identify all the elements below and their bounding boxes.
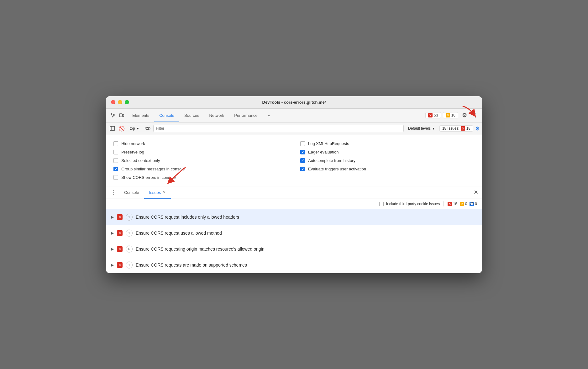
issue-count-circle: 1 [126,262,133,268]
issue-error-icon: ✕ [117,246,123,252]
divider [444,201,444,206]
tab-list: Elements Console Sources Network Perform… [127,109,425,122]
gear-container: ⚙ [460,111,469,120]
expand-arrow-icon: ▶ [111,215,114,219]
autocomplete-checkbox[interactable] [300,158,305,163]
title-bar: DevTools - cors-errors.glitch.me/ [106,96,482,109]
evaluate-triggers-checkbox[interactable] [300,167,305,171]
show-cors-checkbox[interactable] [113,175,118,180]
error-count-badge[interactable]: ✕ 53 [425,112,441,118]
selected-context-checkbox[interactable] [113,158,118,163]
settings-left-column: Hide network Preserve log Selected conte… [113,141,288,180]
device-toggle-icon[interactable] [117,111,126,120]
settings-right-column: Log XMLHttpRequests Eager evaluation Aut… [300,141,475,180]
settings-panel: Hide network Preserve log Selected conte… [106,135,482,186]
hide-network-checkbox[interactable] [113,141,118,146]
preserve-log-row[interactable]: Preserve log [113,150,288,154]
show-cors-container: Show CORS errors in console [113,175,288,180]
issues-header: Include third-party cookie issues ✕ 18 ⚠… [106,199,482,209]
info-count-icon: 💬 [470,202,474,206]
window-title: DevTools - cors-errors.glitch.me/ [262,100,326,105]
issue-count-circle: 6 [126,246,133,252]
main-toolbar: Elements Console Sources Network Perform… [106,109,482,122]
issues-count-bar: ✕ 18 ⚠ 0 💬 0 [448,202,477,206]
svg-rect-1 [123,114,124,117]
info-count: 💬 0 [470,202,477,206]
tab-elements[interactable]: Elements [127,109,154,122]
panel-tab-issues[interactable]: Issues ✕ [144,186,171,199]
evaluate-triggers-row[interactable]: Evaluate triggers user activation [300,167,475,171]
more-options-icon[interactable]: ⋮ [471,111,480,120]
svg-rect-0 [119,114,122,117]
eager-eval-checkbox[interactable] [300,150,305,154]
issue-error-icon: ✕ [117,230,123,236]
svg-point-5 [147,128,148,129]
error-icon: ✕ [428,113,433,117]
group-similar-checkbox[interactable] [113,167,118,171]
issue-count-circle: 1 [126,214,133,221]
autocomplete-row[interactable]: Autocomplete from history [300,158,475,163]
error-count: ✕ 18 [448,202,457,206]
settings-icon[interactable]: ⚙ [460,111,469,120]
hide-network-row[interactable]: Hide network [113,141,288,146]
issue-row[interactable]: ▶ ✕ 1 Ensure CORS requests are made on s… [106,257,482,273]
expand-arrow-icon: ▶ [111,263,114,267]
traffic-lights [111,100,129,104]
sub-toolbar: 🚫 top ▼ Default levels ▼ 18 Issues: ✕ 18… [106,122,482,135]
warning-icon: ✕ [446,113,450,117]
panel-tab-console[interactable]: Console [119,186,144,199]
cookie-checkbox-row[interactable]: Include third-party cookie issues [379,202,440,206]
issue-error-icon: ✕ [117,214,123,220]
warning-count-badge[interactable]: ✕ 18 [443,112,458,118]
issue-count-circle: 1 [126,230,133,236]
dropdown-arrow-icon: ▼ [136,127,139,130]
issue-row[interactable]: ▶ ✕ 1 Ensure CORS request includes only … [106,209,482,225]
inspect-icon[interactable] [108,111,117,120]
maximize-button[interactable] [125,100,129,104]
clear-icon[interactable]: 🚫 [118,125,125,132]
issue-list: ▶ ✕ 1 Ensure CORS request includes only … [106,209,482,273]
close-button[interactable] [111,100,115,104]
issues-badge[interactable]: 18 Issues: ✕ 18 [439,125,473,132]
bottom-panel: ⋮ Console Issues ✕ ✕ Include third-party… [106,186,482,273]
panel-tab-bar: ⋮ Console Issues ✕ ✕ [106,186,482,199]
context-selector[interactable]: top ▼ [127,126,142,131]
tab-console[interactable]: Console [154,109,179,122]
tab-performance[interactable]: Performance [229,109,262,122]
eager-eval-row[interactable]: Eager evaluation [300,150,475,154]
show-cors-row[interactable]: Show CORS errors in console [113,175,288,180]
issue-row[interactable]: ▶ ✕ 6 Ensure CORS requesting origin matc… [106,241,482,257]
devtools-window: DevTools - cors-errors.glitch.me/ Elemen… [106,96,482,273]
tab-sources[interactable]: Sources [179,109,204,122]
group-similar-row[interactable]: Group similar messages in console [113,167,288,171]
minimize-button[interactable] [118,100,122,104]
levels-dropdown-arrow: ▼ [432,127,435,130]
eye-icon[interactable] [144,125,151,132]
issues-tab-close[interactable]: ✕ [163,190,166,195]
default-levels-selector[interactable]: Default levels ▼ [406,126,438,131]
svg-rect-3 [110,127,115,131]
issue-error-icon: ✕ [117,262,123,268]
issues-error-icon: ✕ [461,126,465,131]
expand-arrow-icon: ▶ [111,231,114,235]
error-count-icon: ✕ [448,202,452,206]
log-xml-checkbox[interactable] [300,141,305,146]
warning-count: ⚠ 0 [460,202,467,206]
settings-grid: Hide network Preserve log Selected conte… [113,141,475,180]
expand-arrow-icon: ▶ [111,247,114,251]
tab-more[interactable]: » [263,109,275,122]
log-xml-row[interactable]: Log XMLHttpRequests [300,141,475,146]
preserve-log-checkbox[interactable] [113,150,118,154]
panel-close-button[interactable]: ✕ [474,189,478,196]
selected-context-row[interactable]: Selected context only [113,158,288,163]
sidebar-toggle-icon[interactable] [108,125,116,132]
tab-network[interactable]: Network [204,109,229,122]
toolbar-right: ✕ 53 ✕ 18 ⚙ ⋮ [425,111,480,120]
filter-input[interactable] [153,125,404,132]
console-settings-icon[interactable]: ⚙ [475,126,480,132]
issue-row[interactable]: ▶ ✕ 1 Ensure CORS request uses allowed m… [106,225,482,241]
warning-count-icon: ⚠ [460,202,464,206]
panel-menu-icon[interactable]: ⋮ [108,189,119,196]
cookie-checkbox[interactable] [379,202,384,206]
